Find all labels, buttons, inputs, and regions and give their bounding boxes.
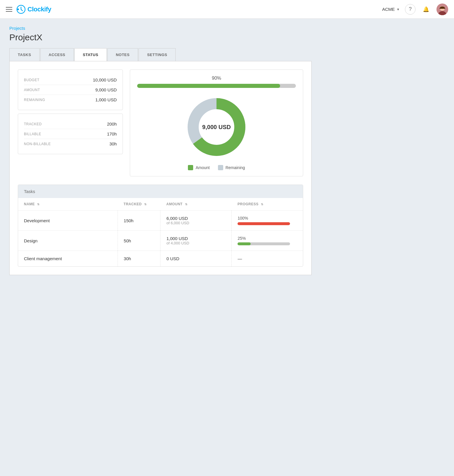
task-progress-dash: — xyxy=(238,256,242,261)
tasks-section-title: Tasks xyxy=(24,189,35,194)
task-progress-cell: 25% xyxy=(232,231,303,251)
task-progress-bar xyxy=(238,242,290,245)
task-progress-label: 25% xyxy=(238,236,297,241)
task-amount-sub: of 6,000 USD xyxy=(166,221,226,225)
chart-legend: Amount Remaining xyxy=(188,165,245,170)
tracked-row: TRACKED 200h xyxy=(24,119,117,129)
tracked-sort-icon: ⇅ xyxy=(144,203,147,206)
task-progress-label: 100% xyxy=(238,216,297,220)
table-row: Development150h6,000 USDof 6,000 USD 100… xyxy=(18,211,303,231)
tasks-section: Tasks NAME ⇅ TRACKED ⇅ AMOUNT xyxy=(18,185,303,267)
billable-label: BILLABLE xyxy=(24,132,41,136)
header: Clockify ACME ▼ ? 🔔 xyxy=(0,0,454,19)
tracked-label: TRACKED xyxy=(24,122,42,126)
nonbillable-row: NON-BILLABLE 30h xyxy=(24,139,117,149)
task-amount-cell: 6,000 USDof 6,000 USD xyxy=(160,211,232,231)
task-progress-cell: — xyxy=(232,251,303,267)
task-progress-wrapper: 25% xyxy=(238,236,297,245)
progress-sort-icon: ⇅ xyxy=(261,203,263,206)
tab-notes[interactable]: NOTES xyxy=(107,48,138,61)
billable-value: 170h xyxy=(107,131,117,136)
task-progress-fill xyxy=(238,242,251,245)
page-content: Projects ProjectX TASKS ACCESS STATUS NO… xyxy=(0,19,321,282)
task-name-cell: Client management xyxy=(18,251,118,267)
table-header-row: NAME ⇅ TRACKED ⇅ AMOUNT ⇅ PROGRESS xyxy=(18,198,303,211)
progress-bar-fill xyxy=(137,84,280,88)
task-progress-bar xyxy=(238,222,290,225)
tab-access[interactable]: ACCESS xyxy=(40,48,74,61)
nonbillable-label: NON-BILLABLE xyxy=(24,142,51,146)
help-button[interactable]: ? xyxy=(405,4,415,15)
task-amount-sub: of 4,000 USD xyxy=(166,241,226,245)
legend-remaining-label: Remaining xyxy=(226,165,245,170)
amount-value: 9,000 USD xyxy=(95,87,117,92)
user-avatar[interactable] xyxy=(436,4,448,15)
remaining-row: REMAINING 1,000 USD xyxy=(24,95,117,105)
breadcrumb[interactable]: Projects xyxy=(9,26,312,31)
amount-row: AMOUNT 9,000 USD xyxy=(24,85,117,95)
task-progress-wrapper: 100% xyxy=(238,216,297,225)
svg-point-1 xyxy=(17,8,19,10)
task-progress-cell: 100% xyxy=(232,211,303,231)
notifications-button[interactable]: 🔔 xyxy=(421,4,431,15)
table-row: Design50h1,000 USDof 4,000 USD 25% xyxy=(18,231,303,251)
tasks-table: NAME ⇅ TRACKED ⇅ AMOUNT ⇅ PROGRESS xyxy=(18,198,303,266)
tab-status[interactable]: STATUS xyxy=(74,48,107,61)
header-left: Clockify xyxy=(6,5,382,14)
amount-label: AMOUNT xyxy=(24,88,40,92)
budget-panel: BUDGET 10,000 USD AMOUNT 9,000 USD REMAI… xyxy=(18,70,123,110)
workspace-name: ACME xyxy=(382,7,395,12)
tab-tasks[interactable]: TASKS xyxy=(9,48,40,61)
col-header-name[interactable]: NAME ⇅ xyxy=(18,198,118,211)
progress-bar-container xyxy=(137,84,296,88)
legend-amount: Amount xyxy=(188,165,209,170)
remaining-label: REMAINING xyxy=(24,98,45,102)
logo-text: Clockify xyxy=(27,6,51,13)
top-section: BUDGET 10,000 USD AMOUNT 9,000 USD REMAI… xyxy=(18,70,303,176)
clockify-logo-icon xyxy=(16,5,26,14)
progress-percent-label: 90% xyxy=(137,76,296,81)
task-amount-main: 6,000 USD xyxy=(166,216,226,221)
workspace-selector[interactable]: ACME ▼ xyxy=(382,7,400,12)
nonbillable-value: 30h xyxy=(109,141,117,146)
legend-remaining: Remaining xyxy=(218,165,245,170)
task-name-cell: Design xyxy=(18,231,118,251)
task-progress-fill xyxy=(238,222,290,225)
col-header-tracked[interactable]: TRACKED ⇅ xyxy=(118,198,160,211)
bell-icon: 🔔 xyxy=(423,6,429,13)
col-header-amount[interactable]: AMOUNT ⇅ xyxy=(160,198,232,211)
tabs-bar: TASKS ACCESS STATUS NOTES SETTINGS xyxy=(9,48,312,61)
task-tracked-cell: 150h xyxy=(118,211,160,231)
task-tracked-cell: 50h xyxy=(118,231,160,251)
remaining-value: 1,000 USD xyxy=(95,97,117,102)
hamburger-menu[interactable] xyxy=(6,7,12,12)
workspace-chevron-icon: ▼ xyxy=(397,8,400,11)
task-amount-main: 1,000 USD xyxy=(166,236,226,241)
donut-center-text: 9,000 USD xyxy=(202,124,231,131)
legend-remaining-dot xyxy=(218,165,223,170)
task-name-cell: Development xyxy=(18,211,118,231)
tracked-value: 200h xyxy=(107,121,117,126)
legend-amount-dot xyxy=(188,165,193,170)
task-tracked-cell: 30h xyxy=(118,251,160,267)
logo: Clockify xyxy=(16,5,51,14)
billable-row: BILLABLE 170h xyxy=(24,129,117,139)
help-icon: ? xyxy=(409,6,412,12)
chart-panel: 90% 9,000 USD xyxy=(130,70,303,176)
tab-settings[interactable]: SETTINGS xyxy=(139,48,176,61)
donut-chart-wrapper: 9,000 USD xyxy=(184,95,249,159)
name-sort-icon: ⇅ xyxy=(37,203,40,206)
budget-row: BUDGET 10,000 USD xyxy=(24,75,117,85)
task-amount-cell: 0 USD xyxy=(160,251,232,267)
budget-value: 10,000 USD xyxy=(93,77,117,82)
page-title: ProjectX xyxy=(9,32,312,42)
task-amount-cell: 1,000 USDof 4,000 USD xyxy=(160,231,232,251)
left-panels: BUDGET 10,000 USD AMOUNT 9,000 USD REMAI… xyxy=(18,70,123,176)
amount-sort-icon: ⇅ xyxy=(185,203,188,206)
budget-label: BUDGET xyxy=(24,78,39,82)
legend-amount-label: Amount xyxy=(195,165,209,170)
task-amount-main: 0 USD xyxy=(166,256,226,261)
header-right: ACME ▼ ? 🔔 xyxy=(382,4,448,15)
time-panel: TRACKED 200h BILLABLE 170h NON-BILLABLE … xyxy=(18,114,123,154)
col-header-progress[interactable]: PROGRESS ⇅ xyxy=(232,198,303,211)
